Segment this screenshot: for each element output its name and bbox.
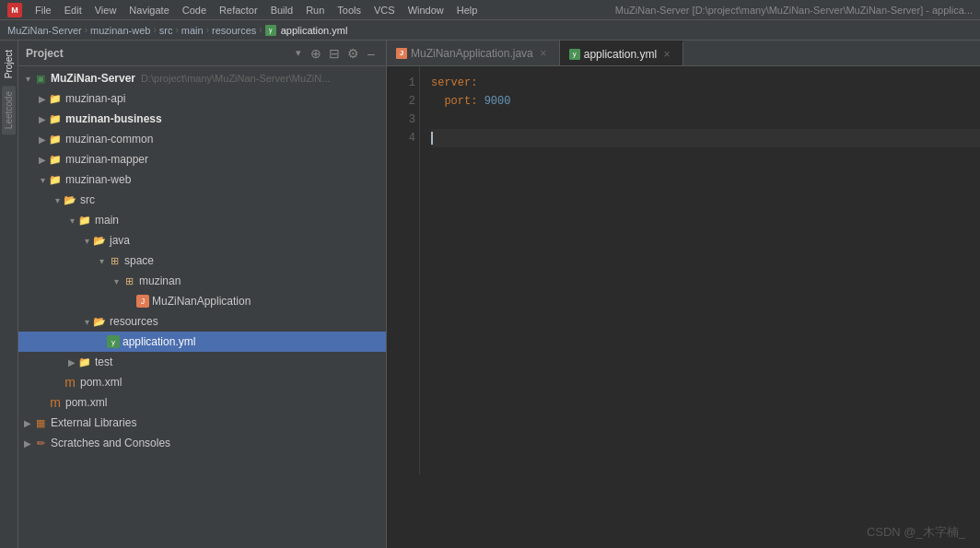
tab-java-label: MuZiNanApplication.java [411, 47, 533, 60]
arrow-icon: ▾ [52, 195, 63, 205]
tree-item-resources[interactable]: ▾ 📂 resources [18, 311, 386, 332]
tree-item-common[interactable]: ▶ 📁 muzinan-common [18, 129, 386, 149]
code-key-server: server: [431, 74, 477, 92]
project-panel-header: Project ▾ ⊕ ⊟ ⚙ – [18, 41, 386, 66]
tree-item-mapper[interactable]: ▶ 📁 muzinan-mapper [18, 149, 386, 169]
code-line-2: port: 9000 [431, 92, 980, 111]
tree-item-pom-root[interactable]: ▶ m pom.xml [18, 392, 386, 413]
menu-tools[interactable]: Tools [332, 4, 367, 17]
tree-item-muzinan[interactable]: ▾ ⊞ muzinan [18, 271, 386, 291]
arrow-icon: ▶ [22, 438, 33, 449]
breadcrumb-main[interactable]: main [181, 25, 204, 36]
arrow-icon: ▾ [37, 175, 48, 185]
src-icon: 📂 [63, 192, 77, 207]
tree-label-muzinan: muzinan [139, 274, 181, 287]
menu-navigate[interactable]: Navigate [123, 4, 174, 17]
tree-item-app-class[interactable]: ▶ J MuZiNanApplication [18, 291, 386, 311]
java-tab-icon: J [396, 48, 407, 59]
tree-label-common: muzinan-common [65, 133, 153, 146]
package-icon: ⊞ [122, 274, 136, 288]
side-tab-leetcode[interactable]: Leetcode [2, 86, 16, 134]
menu-file[interactable]: File [29, 4, 57, 17]
tree-item-business[interactable]: ▶ 📁 muzinan-business [18, 109, 386, 129]
project-tree: ▾ ▣ MuZiNan-Server D:\project\many\MuZiN… [18, 66, 386, 548]
menu-run[interactable]: Run [300, 4, 330, 17]
code-line-4 [431, 129, 980, 147]
tree-item-main[interactable]: ▾ 📁 main [18, 210, 386, 230]
tab-java[interactable]: J MuZiNanApplication.java × [387, 41, 560, 65]
test-folder-icon: 📁 [77, 355, 92, 369]
tree-item-yaml[interactable]: ▶ y application.yml [18, 332, 386, 352]
folder-icon: 📁 [77, 213, 92, 227]
tree-item-space[interactable]: ▾ ⊞ space [18, 251, 386, 271]
menu-vcs[interactable]: VCS [368, 4, 401, 17]
breadcrumb-resources[interactable]: resources [212, 25, 256, 36]
tree-label-business: muzinan-business [65, 112, 162, 125]
extlibs-icon: ▦ [33, 415, 48, 430]
tree-label-space: space [124, 254, 154, 267]
panel-icon-settings[interactable]: ⚙ [345, 46, 360, 61]
panel-icon-scroll-up[interactable]: ⊟ [327, 46, 342, 61]
tree-label-root: MuZiNan-Server [51, 72, 135, 85]
tree-item-root[interactable]: ▾ ▣ MuZiNan-Server D:\project\many\MuZiN… [18, 68, 386, 88]
code-indent [431, 92, 444, 111]
arrow-icon: ▶ [37, 114, 48, 124]
menu-window[interactable]: Window [402, 4, 449, 17]
arrow-icon: ▾ [96, 256, 107, 266]
tab-yaml-close[interactable]: × [660, 48, 673, 61]
menu-bar[interactable]: File Edit View Navigate Code Refactor Bu… [29, 4, 483, 17]
code-editor[interactable]: server: port: 9000 [420, 66, 980, 474]
tree-path-root: D:\project\many\MuZiNan-Server\MuZiN... [141, 73, 330, 84]
tree-item-api[interactable]: ▶ 📁 muzinan-api [18, 88, 386, 109]
bottom-bar: CSDN @_木字楠_ [387, 474, 980, 548]
arrow-icon: ▾ [81, 317, 92, 327]
folder-icon: 📁 [48, 132, 63, 146]
editor-content: 1 2 3 4 server: port: 9000 [387, 66, 980, 474]
tree-item-test[interactable]: ▶ 📁 test [18, 352, 386, 372]
side-tab-project[interactable]: Project [2, 44, 16, 84]
tree-item-extlibs[interactable]: ▶ ▦ External Libraries [18, 413, 386, 433]
tab-yaml[interactable]: y application.yml × [560, 41, 683, 65]
tree-label-test: test [95, 356, 112, 368]
java-src-icon: 📂 [92, 233, 107, 248]
panel-icon-close[interactable]: – [364, 46, 379, 61]
folder-icon: 📁 [48, 111, 63, 126]
menu-build[interactable]: Build [265, 4, 298, 17]
code-val-port: 9000 [484, 92, 511, 111]
tree-item-src[interactable]: ▾ 📂 src [18, 190, 386, 210]
java-class-icon: J [136, 295, 149, 308]
menu-edit[interactable]: Edit [59, 4, 88, 17]
menu-refactor[interactable]: Refactor [214, 4, 263, 17]
scratches-icon: ✏ [33, 436, 48, 450]
menu-help[interactable]: Help [451, 4, 484, 17]
tree-label-yaml: application.yml [122, 335, 195, 348]
project-dropdown[interactable]: ▾ [296, 47, 301, 59]
breadcrumb-root[interactable]: MuZiNan-Server [7, 25, 82, 36]
tree-label-scratches: Scratches and Consoles [51, 437, 170, 449]
line-numbers: 1 2 3 4 [387, 66, 420, 474]
arrow-icon: ▶ [22, 418, 33, 428]
tree-item-java[interactable]: ▾ 📂 java [18, 230, 386, 251]
breadcrumb: MuZiNan-Server › muzinan-web › src › mai… [0, 20, 980, 41]
breadcrumb-module[interactable]: muzinan-web [90, 25, 150, 36]
tree-label-app: MuZiNanApplication [152, 295, 251, 308]
tree-label-api: muzinan-api [65, 92, 125, 105]
arrow-icon: ▾ [111, 276, 122, 286]
breadcrumb-yaml-icon: y [265, 25, 276, 36]
tree-label-main: main [95, 214, 119, 227]
tree-item-pom-web[interactable]: ▶ m pom.xml [18, 372, 386, 392]
panel-icon-add[interactable]: ⊕ [309, 46, 323, 61]
menu-view[interactable]: View [89, 4, 122, 17]
package-icon: ⊞ [107, 253, 122, 268]
arrow-icon: ▶ [37, 134, 48, 145]
editor-area: J MuZiNanApplication.java × y applicatio… [387, 41, 980, 548]
breadcrumb-src[interactable]: src [159, 25, 173, 36]
yaml-file-icon: y [107, 335, 120, 348]
menu-code[interactable]: Code [177, 4, 212, 17]
breadcrumb-file[interactable]: application.yml [281, 25, 348, 36]
tab-java-close[interactable]: × [537, 47, 550, 60]
tree-item-scratches[interactable]: ▶ ✏ Scratches and Consoles [18, 433, 386, 453]
tab-yaml-label: application.yml [584, 48, 657, 61]
tree-label-java: java [110, 234, 130, 247]
tree-item-web[interactable]: ▾ 📁 muzinan-web [18, 169, 386, 190]
